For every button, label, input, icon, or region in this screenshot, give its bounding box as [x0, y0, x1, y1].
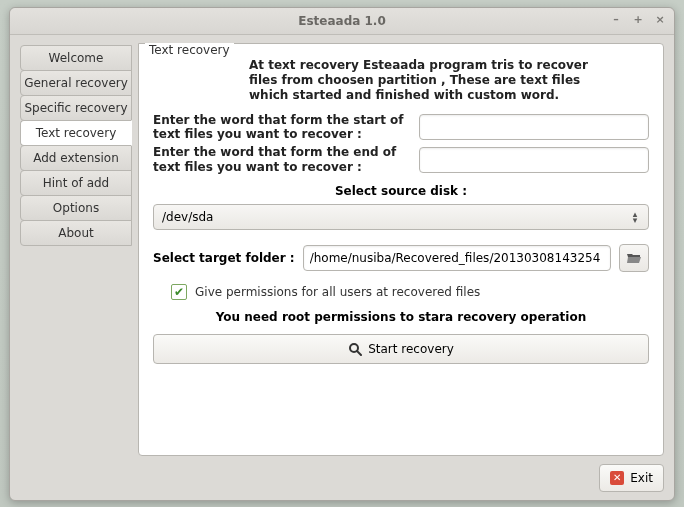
- start-recovery-label: Start recovery: [368, 342, 454, 356]
- svg-line-1: [357, 351, 361, 355]
- exit-button[interactable]: ✕ Exit: [599, 464, 664, 492]
- exit-label: Exit: [630, 471, 653, 485]
- start-word-label: Enter the word that form the start of te…: [153, 113, 409, 142]
- permissions-label: Give permissions for all users at recove…: [195, 285, 480, 299]
- spinner-icon: ▴▾: [628, 211, 642, 223]
- start-word-input[interactable]: [419, 114, 649, 140]
- target-folder-label: Select target folder :: [153, 251, 295, 265]
- panel-legend: Text recovery: [145, 43, 234, 57]
- sidebar-tab-about[interactable]: About: [20, 220, 132, 246]
- source-disk-value: /dev/sda: [162, 210, 213, 224]
- text-recovery-panel: Text recovery At text recovery Esteaada …: [138, 43, 664, 456]
- minimize-button[interactable]: –: [606, 12, 626, 28]
- sidebar: Welcome General recovery Specific recove…: [20, 43, 132, 456]
- browse-folder-button[interactable]: [619, 244, 649, 272]
- app-window: Esteaada 1.0 – + × Welcome General recov…: [9, 7, 675, 501]
- sidebar-tab-hint-of-add[interactable]: Hint of add: [20, 170, 132, 196]
- maximize-button[interactable]: +: [628, 12, 648, 28]
- search-icon: [348, 342, 362, 356]
- permissions-checkbox[interactable]: ✔: [171, 284, 187, 300]
- target-folder-input[interactable]: [303, 245, 611, 271]
- panel-description: At text recovery Esteaada program tris t…: [249, 58, 589, 103]
- folder-open-icon: [626, 251, 642, 265]
- close-icon: ✕: [610, 471, 624, 485]
- close-window-button[interactable]: ×: [650, 12, 670, 28]
- sidebar-tab-welcome[interactable]: Welcome: [20, 45, 132, 71]
- source-disk-heading: Select source disk :: [153, 184, 649, 198]
- sidebar-tab-specific-recovery[interactable]: Specific recovery: [20, 95, 132, 121]
- sidebar-tab-options[interactable]: Options: [20, 195, 132, 221]
- titlebar[interactable]: Esteaada 1.0 – + ×: [10, 8, 674, 35]
- end-word-input[interactable]: [419, 147, 649, 173]
- window-title: Esteaada 1.0: [298, 14, 386, 28]
- sidebar-tab-general-recovery[interactable]: General recovery: [20, 70, 132, 96]
- root-permission-warning: You need root permissions to stara recov…: [153, 310, 649, 324]
- source-disk-select[interactable]: /dev/sda ▴▾: [153, 204, 649, 230]
- sidebar-tab-text-recovery[interactable]: Text recovery: [20, 120, 132, 146]
- start-recovery-button[interactable]: Start recovery: [153, 334, 649, 364]
- end-word-label: Enter the word that form the end of text…: [153, 145, 409, 174]
- sidebar-tab-add-extension[interactable]: Add extension: [20, 145, 132, 171]
